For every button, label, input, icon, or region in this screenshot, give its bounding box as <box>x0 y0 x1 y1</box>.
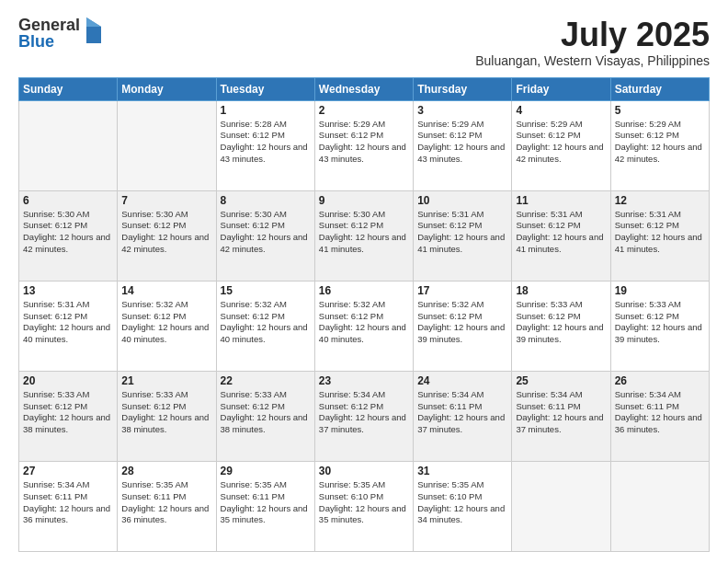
table-row: 11Sunrise: 5:31 AM Sunset: 6:12 PM Dayli… <box>512 190 610 281</box>
table-row: 13Sunrise: 5:31 AM Sunset: 6:12 PM Dayli… <box>19 281 118 371</box>
day-number: 11 <box>516 194 606 207</box>
day-number: 12 <box>615 194 705 207</box>
day-info: Sunrise: 5:31 AM Sunset: 6:12 PM Dayligh… <box>23 299 113 346</box>
logo-text: General Blue <box>18 17 80 50</box>
table-row: 22Sunrise: 5:33 AM Sunset: 6:12 PM Dayli… <box>216 371 314 461</box>
day-number: 17 <box>417 284 507 297</box>
day-number: 2 <box>319 104 409 117</box>
calendar-week-row: 20Sunrise: 5:33 AM Sunset: 6:12 PM Dayli… <box>19 371 710 461</box>
day-info: Sunrise: 5:30 AM Sunset: 6:12 PM Dayligh… <box>23 209 113 256</box>
day-info: Sunrise: 5:35 AM Sunset: 6:10 PM Dayligh… <box>319 479 409 526</box>
day-number: 30 <box>319 465 409 477</box>
day-info: Sunrise: 5:29 AM Sunset: 6:12 PM Dayligh… <box>516 119 606 166</box>
table-row: 7Sunrise: 5:30 AM Sunset: 6:12 PM Daylig… <box>118 190 216 281</box>
day-info: Sunrise: 5:32 AM Sunset: 6:12 PM Dayligh… <box>417 299 507 346</box>
page: General Blue July 2025 Buluangan, Wester… <box>0 0 728 563</box>
day-info: Sunrise: 5:29 AM Sunset: 6:12 PM Dayligh… <box>615 119 705 166</box>
day-number: 28 <box>121 465 211 477</box>
table-row: 25Sunrise: 5:34 AM Sunset: 6:11 PM Dayli… <box>512 371 610 461</box>
calendar-week-row: 6Sunrise: 5:30 AM Sunset: 6:12 PM Daylig… <box>19 190 710 281</box>
day-info: Sunrise: 5:31 AM Sunset: 6:12 PM Dayligh… <box>615 209 705 256</box>
table-row <box>19 100 118 190</box>
day-number: 16 <box>319 284 409 297</box>
title-area: July 2025 Buluangan, Western Visayas, Ph… <box>475 17 710 68</box>
col-wednesday: Wednesday <box>314 77 413 100</box>
day-info: Sunrise: 5:33 AM Sunset: 6:12 PM Dayligh… <box>23 389 113 436</box>
day-info: Sunrise: 5:33 AM Sunset: 6:12 PM Dayligh… <box>516 299 606 346</box>
day-number: 15 <box>221 284 311 297</box>
day-number: 24 <box>417 374 507 387</box>
logo-blue: Blue <box>18 33 80 50</box>
table-row: 17Sunrise: 5:32 AM Sunset: 6:12 PM Dayli… <box>414 281 512 371</box>
day-number: 25 <box>516 374 606 387</box>
day-number: 18 <box>516 284 606 297</box>
day-info: Sunrise: 5:32 AM Sunset: 6:12 PM Dayligh… <box>121 299 211 346</box>
col-saturday: Saturday <box>610 77 709 100</box>
calendar-table: Sunday Monday Tuesday Wednesday Thursday… <box>18 77 710 552</box>
header: General Blue July 2025 Buluangan, Wester… <box>18 17 710 68</box>
day-info: Sunrise: 5:35 AM Sunset: 6:11 PM Dayligh… <box>221 479 311 526</box>
table-row <box>512 461 610 551</box>
table-row: 31Sunrise: 5:35 AM Sunset: 6:10 PM Dayli… <box>414 461 512 551</box>
day-number: 14 <box>121 284 211 297</box>
day-number: 7 <box>121 194 211 207</box>
day-info: Sunrise: 5:35 AM Sunset: 6:10 PM Dayligh… <box>417 479 507 526</box>
calendar-week-row: 13Sunrise: 5:31 AM Sunset: 6:12 PM Dayli… <box>19 281 710 371</box>
day-info: Sunrise: 5:34 AM Sunset: 6:11 PM Dayligh… <box>417 389 507 436</box>
day-number: 22 <box>221 374 311 387</box>
day-number: 23 <box>319 374 409 387</box>
day-info: Sunrise: 5:32 AM Sunset: 6:12 PM Dayligh… <box>319 299 409 346</box>
table-row: 15Sunrise: 5:32 AM Sunset: 6:12 PM Dayli… <box>216 281 314 371</box>
col-monday: Monday <box>118 77 216 100</box>
day-number: 3 <box>417 104 507 117</box>
day-info: Sunrise: 5:33 AM Sunset: 6:12 PM Dayligh… <box>121 389 211 436</box>
table-row <box>610 461 709 551</box>
day-info: Sunrise: 5:33 AM Sunset: 6:12 PM Dayligh… <box>221 389 311 436</box>
day-number: 5 <box>615 104 705 117</box>
table-row: 28Sunrise: 5:35 AM Sunset: 6:11 PM Dayli… <box>118 461 216 551</box>
table-row: 27Sunrise: 5:34 AM Sunset: 6:11 PM Dayli… <box>19 461 118 551</box>
table-row: 6Sunrise: 5:30 AM Sunset: 6:12 PM Daylig… <box>19 190 118 281</box>
day-info: Sunrise: 5:28 AM Sunset: 6:12 PM Dayligh… <box>221 119 311 166</box>
month-title: July 2025 <box>475 17 710 53</box>
calendar-week-row: 27Sunrise: 5:34 AM Sunset: 6:11 PM Dayli… <box>19 461 710 551</box>
day-number: 10 <box>417 194 507 207</box>
day-info: Sunrise: 5:35 AM Sunset: 6:11 PM Dayligh… <box>121 479 211 526</box>
day-info: Sunrise: 5:34 AM Sunset: 6:11 PM Dayligh… <box>516 389 606 436</box>
day-number: 20 <box>23 374 113 387</box>
table-row: 18Sunrise: 5:33 AM Sunset: 6:12 PM Dayli… <box>512 281 610 371</box>
day-info: Sunrise: 5:34 AM Sunset: 6:11 PM Dayligh… <box>23 479 113 526</box>
table-row: 9Sunrise: 5:30 AM Sunset: 6:12 PM Daylig… <box>314 190 413 281</box>
day-info: Sunrise: 5:34 AM Sunset: 6:12 PM Dayligh… <box>319 389 409 436</box>
day-info: Sunrise: 5:30 AM Sunset: 6:12 PM Dayligh… <box>121 209 211 256</box>
day-info: Sunrise: 5:31 AM Sunset: 6:12 PM Dayligh… <box>417 209 507 256</box>
table-row <box>118 100 216 190</box>
calendar-header-row: Sunday Monday Tuesday Wednesday Thursday… <box>19 77 710 100</box>
table-row: 24Sunrise: 5:34 AM Sunset: 6:11 PM Dayli… <box>414 371 512 461</box>
day-info: Sunrise: 5:33 AM Sunset: 6:12 PM Dayligh… <box>615 299 705 346</box>
table-row: 29Sunrise: 5:35 AM Sunset: 6:11 PM Dayli… <box>216 461 314 551</box>
table-row: 16Sunrise: 5:32 AM Sunset: 6:12 PM Dayli… <box>314 281 413 371</box>
table-row: 10Sunrise: 5:31 AM Sunset: 6:12 PM Dayli… <box>414 190 512 281</box>
day-number: 26 <box>615 374 705 387</box>
day-number: 27 <box>23 465 113 477</box>
day-number: 8 <box>221 194 311 207</box>
logo-general: General <box>18 17 80 33</box>
table-row: 4Sunrise: 5:29 AM Sunset: 6:12 PM Daylig… <box>512 100 610 190</box>
day-number: 21 <box>121 374 211 387</box>
day-info: Sunrise: 5:29 AM Sunset: 6:12 PM Dayligh… <box>417 119 507 166</box>
subtitle: Buluangan, Western Visayas, Philippines <box>475 53 710 68</box>
table-row: 14Sunrise: 5:32 AM Sunset: 6:12 PM Dayli… <box>118 281 216 371</box>
logo-icon <box>83 17 103 45</box>
table-row: 2Sunrise: 5:29 AM Sunset: 6:12 PM Daylig… <box>314 100 413 190</box>
table-row: 30Sunrise: 5:35 AM Sunset: 6:10 PM Dayli… <box>314 461 413 551</box>
table-row: 12Sunrise: 5:31 AM Sunset: 6:12 PM Dayli… <box>610 190 709 281</box>
day-number: 13 <box>23 284 113 297</box>
day-number: 31 <box>417 465 507 477</box>
table-row: 20Sunrise: 5:33 AM Sunset: 6:12 PM Dayli… <box>19 371 118 461</box>
table-row: 3Sunrise: 5:29 AM Sunset: 6:12 PM Daylig… <box>414 100 512 190</box>
day-info: Sunrise: 5:30 AM Sunset: 6:12 PM Dayligh… <box>221 209 311 256</box>
day-number: 19 <box>615 284 705 297</box>
day-info: Sunrise: 5:30 AM Sunset: 6:12 PM Dayligh… <box>319 209 409 256</box>
day-info: Sunrise: 5:31 AM Sunset: 6:12 PM Dayligh… <box>516 209 606 256</box>
